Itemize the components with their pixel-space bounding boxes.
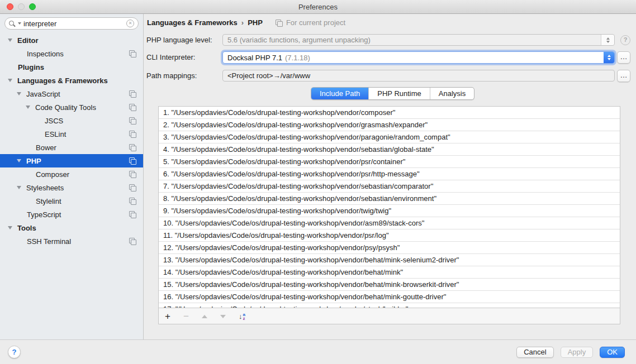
sidebar-item-label: Plugins [18, 63, 44, 71]
language-level-stepper-icon [601, 35, 614, 45]
shared-settings-icon [129, 238, 136, 245]
sidebar-item-composer[interactable]: Composer [0, 167, 143, 181]
ok-button[interactable]: OK [600, 347, 625, 358]
sidebar-item-label: JSCS [45, 117, 63, 125]
include-path-row[interactable]: 7. "/Users/opdavies/Code/os/drupal-testi… [159, 180, 620, 193]
include-path-row[interactable]: 4. "/Users/opdavies/Code/os/drupal-testi… [159, 143, 620, 156]
include-path-row[interactable]: 17. "/Users/opdavies/Code/os/drupal-test… [159, 303, 620, 308]
tree-expand-arrow-icon[interactable] [8, 79, 12, 82]
minimize-button[interactable] [18, 3, 25, 10]
shared-settings-icon [129, 184, 136, 191]
cli-interpreter-stepper-icon[interactable] [604, 52, 614, 63]
sidebar-item-label: JavaScript [26, 90, 60, 98]
language-level-help-icon[interactable]: ? [620, 35, 630, 45]
sidebar-item-eslint[interactable]: ESLint [0, 127, 143, 141]
breadcrumb: Languages & Frameworks › PHP For current… [147, 18, 345, 27]
settings-tree: EditorInspectionsPluginsLanguages & Fram… [0, 33, 143, 248]
sidebar-item-label: Languages & Frameworks [17, 76, 108, 85]
apply-button[interactable]: Apply [561, 347, 594, 358]
cli-interpreter-browse-button[interactable]: … [617, 51, 630, 64]
clear-search-icon[interactable]: ✕ [126, 20, 134, 27]
breadcrumb-languages-frameworks[interactable]: Languages & Frameworks [147, 18, 238, 27]
zoom-button[interactable] [29, 3, 36, 10]
cli-interpreter-value: Docksal PHP 7.1(7.1.18) [227, 54, 604, 62]
include-path-row[interactable]: 2. "/Users/opdavies/Code/os/drupal-testi… [159, 119, 620, 131]
include-path-row[interactable]: 5. "/Users/opdavies/Code/os/drupal-testi… [159, 156, 620, 168]
tab-include-path[interactable]: Include Path [311, 88, 368, 99]
sidebar-item-languages-frameworks[interactable]: Languages & Frameworks [0, 74, 143, 87]
close-button[interactable] [7, 3, 13, 10]
sidebar-item-stylelint[interactable]: Stylelint [0, 194, 143, 208]
search-icon [9, 20, 17, 27]
shared-settings-icon [129, 211, 136, 218]
include-path-row[interactable]: 13. "/Users/opdavies/Code/os/drupal-test… [159, 254, 620, 266]
tree-expand-arrow-icon[interactable] [17, 186, 21, 189]
include-path-row[interactable]: 14. "/Users/opdavies/Code/os/drupal-test… [159, 266, 620, 279]
include-path-row[interactable]: 6. "/Users/opdavies/Code/os/drupal-testi… [159, 168, 620, 180]
sidebar-item-label: Code Quality Tools [35, 103, 96, 112]
scope-indicator: For current project [276, 18, 345, 27]
add-path-icon[interactable]: + [165, 312, 170, 321]
shared-settings-icon [129, 157, 136, 164]
cancel-button[interactable]: Cancel [516, 347, 553, 358]
include-path-row[interactable]: 10. "/Users/opdavies/Code/os/drupal-test… [159, 217, 620, 229]
tree-expand-arrow-icon[interactable] [17, 92, 21, 95]
shared-settings-icon [129, 171, 136, 178]
scope-label: For current project [286, 18, 345, 27]
sidebar-item-inspections[interactable]: Inspections [0, 47, 143, 60]
include-path-row[interactable]: 11. "/Users/opdavies/Code/os/drupal-test… [159, 229, 620, 242]
sidebar-item-tools[interactable]: Tools [0, 221, 143, 234]
language-level-select[interactable]: 5.6 (variadic functions, argument unpack… [222, 34, 615, 46]
settings-sidebar: interpreter ✕ EditorInspectionsPluginsLa… [0, 14, 144, 339]
sidebar-item-php[interactable]: PHP [0, 154, 143, 167]
tree-expand-arrow-icon[interactable] [17, 159, 21, 162]
help-button[interactable]: ? [8, 346, 21, 358]
tab-php-runtime[interactable]: PHP Runtime [368, 88, 430, 99]
include-path-row[interactable]: 9. "/Users/opdavies/Code/os/drupal-testi… [159, 205, 620, 217]
settings-search-input[interactable]: interpreter ✕ [4, 17, 139, 30]
dialog-footer: ? Cancel Apply OK [0, 339, 636, 364]
tree-expand-arrow-icon[interactable] [8, 39, 12, 42]
remove-path-icon: − [183, 312, 189, 321]
include-path-panel: 1. "/Users/opdavies/Code/os/drupal-testi… [158, 106, 620, 324]
sidebar-item-label: Tools [17, 224, 36, 232]
search-options-caret-icon[interactable] [18, 22, 21, 25]
shared-settings-icon [129, 104, 136, 111]
include-path-toolbar: + − ↓ az [159, 309, 620, 324]
sidebar-item-jscs[interactable]: JSCS [0, 114, 143, 127]
sidebar-item-label: Stylesheets [26, 184, 64, 192]
sidebar-item-bower[interactable]: Bower [0, 141, 143, 154]
tree-expand-arrow-icon[interactable] [8, 226, 12, 229]
language-level-value: 5.6 (variadic functions, argument unpack… [227, 36, 601, 44]
shared-settings-icon [129, 50, 136, 57]
php-settings-pane: Languages & Frameworks › PHP For current… [144, 14, 636, 339]
sidebar-item-label: Bower [36, 143, 56, 152]
sidebar-item-ssh-terminal[interactable]: SSH Terminal [0, 234, 143, 248]
path-mappings-field[interactable]: <Project root>→/var/www [222, 70, 615, 82]
include-path-row[interactable]: 12. "/Users/opdavies/Code/os/drupal-test… [159, 242, 620, 254]
sidebar-item-plugins[interactable]: Plugins [0, 60, 143, 74]
tab-analysis[interactable]: Analysis [430, 88, 474, 99]
include-path-row[interactable]: 16. "/Users/opdavies/Code/os/drupal-test… [159, 291, 620, 303]
breadcrumb-php: PHP [248, 18, 263, 27]
cli-interpreter-select[interactable]: Docksal PHP 7.1(7.1.18) [222, 51, 615, 64]
path-mappings-browse-button[interactable]: … [617, 70, 630, 82]
include-path-row[interactable]: 15. "/Users/opdavies/Code/os/drupal-test… [159, 279, 620, 291]
sidebar-item-code-quality-tools[interactable]: Code Quality Tools [0, 100, 143, 114]
tree-expand-arrow-icon[interactable] [26, 106, 30, 109]
sidebar-item-editor[interactable]: Editor [0, 33, 143, 47]
move-down-icon [220, 315, 226, 318]
include-path-row[interactable]: 3. "/Users/opdavies/Code/os/drupal-testi… [159, 131, 620, 143]
path-mappings-label: Path mappings: [146, 70, 197, 82]
language-level-label: PHP language level: [146, 34, 212, 46]
sidebar-item-label: PHP [26, 157, 41, 165]
breadcrumb-separator: › [241, 18, 244, 27]
path-mappings-value: <Project root>→/var/www [227, 71, 310, 80]
sidebar-item-stylesheets[interactable]: Stylesheets [0, 181, 143, 194]
include-path-row[interactable]: 8. "/Users/opdavies/Code/os/drupal-testi… [159, 193, 620, 205]
shared-settings-icon [129, 144, 136, 151]
sidebar-item-typescript[interactable]: TypeScript [0, 208, 143, 221]
sort-alphabetically-icon[interactable]: ↓ az [239, 312, 245, 320]
sidebar-item-javascript[interactable]: JavaScript [0, 87, 143, 100]
include-path-row[interactable]: 1. "/Users/opdavies/Code/os/drupal-testi… [159, 107, 620, 119]
